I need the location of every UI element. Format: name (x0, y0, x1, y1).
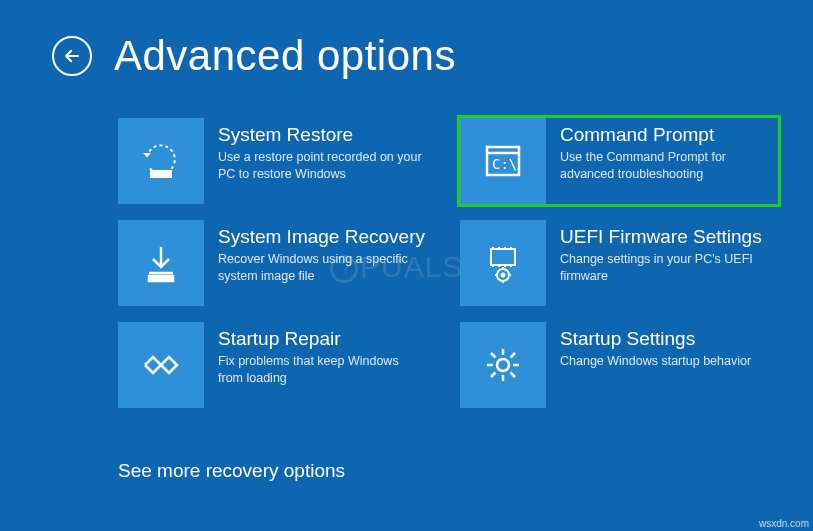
uefi-firmware-icon (460, 220, 546, 306)
tile-startup-settings[interactable]: Startup Settings Change Windows startup … (460, 322, 778, 408)
tile-desc: Recover Windows using a specific system … (218, 251, 426, 285)
tile-title: Command Prompt (560, 124, 768, 146)
tile-desc: Use a restore point recorded on your PC … (218, 149, 426, 183)
tile-title: UEFI Firmware Settings (560, 226, 768, 248)
tile-desc: Use the Command Prompt for advanced trou… (560, 149, 768, 183)
tile-uefi-firmware[interactable]: UEFI Firmware Settings Change settings i… (460, 220, 778, 306)
svg-line-30 (491, 373, 496, 378)
svg-rect-1 (151, 171, 171, 177)
tile-system-image-recovery[interactable]: System Image Recovery Recover Windows us… (118, 220, 436, 306)
page-title: Advanced options (114, 32, 456, 80)
svg-point-18 (502, 274, 505, 277)
attribution-text: wsxdn.com (759, 518, 809, 529)
options-grid: System Restore Use a restore point recor… (118, 118, 778, 408)
see-more-link[interactable]: See more recovery options (118, 460, 345, 482)
tile-desc: Fix problems that keep Windows from load… (218, 353, 426, 387)
tile-title: Startup Settings (560, 328, 768, 350)
svg-line-29 (511, 373, 516, 378)
tile-system-restore[interactable]: System Restore Use a restore point recor… (118, 118, 436, 204)
svg-text:C:\: C:\ (492, 156, 517, 172)
system-restore-icon (118, 118, 204, 204)
tile-title: System Restore (218, 124, 426, 146)
svg-point-23 (497, 359, 509, 371)
svg-rect-7 (149, 276, 173, 281)
tile-command-prompt[interactable]: C:\ Command Prompt Use the Command Promp… (460, 118, 778, 204)
tile-title: Startup Repair (218, 328, 426, 350)
tile-startup-repair[interactable]: Startup Repair Fix problems that keep Wi… (118, 322, 436, 408)
tile-desc: Change Windows startup behavior (560, 353, 768, 370)
svg-line-31 (511, 353, 516, 358)
tile-title: System Image Recovery (218, 226, 426, 248)
command-prompt-icon: C:\ (460, 118, 546, 204)
svg-line-28 (491, 353, 496, 358)
arrow-left-icon (63, 47, 81, 65)
system-image-recovery-icon (118, 220, 204, 306)
back-button[interactable] (52, 36, 92, 76)
svg-rect-8 (491, 249, 515, 265)
startup-settings-icon (460, 322, 546, 408)
tile-desc: Change settings in your PC's UEFI firmwa… (560, 251, 768, 285)
startup-repair-icon (118, 322, 204, 408)
